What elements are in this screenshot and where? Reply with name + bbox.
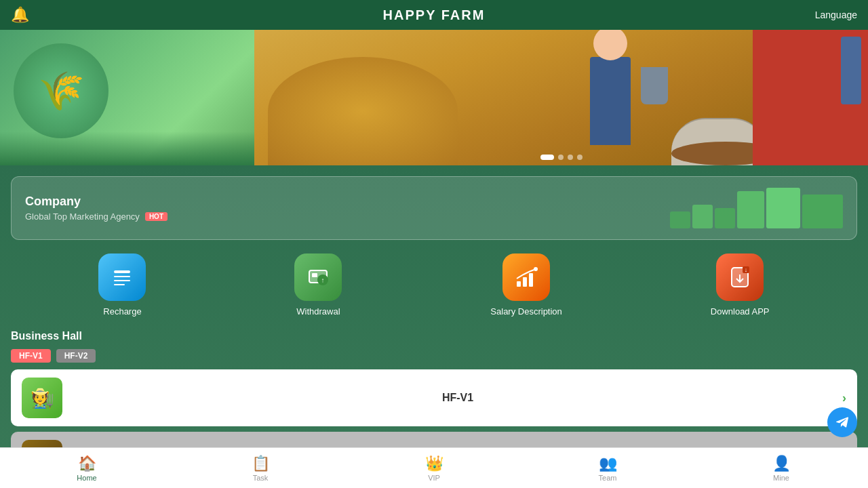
withdrawal-action[interactable]: ↑ Withdrawal [294, 253, 342, 317]
download-app-action[interactable]: ↓ Download APP [711, 253, 770, 317]
company-name: Company [25, 195, 167, 209]
figure-body [590, 57, 631, 145]
salary-icon [502, 253, 550, 301]
banner-left: 🌾 [0, 30, 254, 165]
dot-3[interactable] [568, 155, 573, 160]
recharge-icon [98, 253, 146, 301]
svg-point-12 [534, 267, 538, 271]
svg-rect-1 [114, 276, 130, 277]
svg-rect-6 [312, 273, 317, 277]
app-title: HAPPY FARM [383, 7, 486, 23]
nav-task-label: Task [253, 474, 269, 482]
dot-2[interactable] [558, 155, 564, 160]
bell-icon[interactable]: 🔔 [11, 6, 29, 24]
svg-rect-0 [114, 270, 130, 273]
task-icon: 📋 [252, 455, 270, 472]
nav-task[interactable]: 📋 Task [174, 455, 347, 482]
nav-vip-label: VIP [428, 474, 440, 482]
svg-rect-9 [517, 281, 521, 287]
bucket [641, 67, 668, 104]
salary-label: Salary Description [490, 306, 562, 317]
dot-4[interactable] [577, 155, 583, 160]
svg-text:↓: ↓ [745, 266, 748, 273]
banner-logo: 🌾 [14, 43, 108, 138]
salary-action[interactable]: Salary Description [490, 253, 562, 317]
company-info: Company Global Top Marketing Agency HOT [25, 195, 167, 222]
nav-home-label: Home [77, 474, 96, 482]
money-stacks [670, 188, 843, 228]
company-badge: HOT [145, 212, 167, 221]
banner-trees [0, 131, 254, 165]
banner-area: 🌾 [0, 30, 868, 165]
hall-item-v1[interactable]: 🧑‍🌾 HF-V1 › [11, 369, 857, 426]
vip-icon: 👑 [425, 455, 443, 472]
dot-1[interactable] [540, 155, 554, 160]
hall-tab-v2[interactable]: HF-V2 [56, 349, 96, 363]
nav-team-label: Team [599, 474, 617, 482]
download-app-label: Download APP [711, 306, 770, 317]
home-icon: 🏠 [78, 455, 96, 472]
business-hall-title: Business Hall [11, 330, 857, 342]
download-app-icon: ↓ [716, 253, 764, 301]
company-card[interactable]: Company Global Top Marketing Agency HOT [11, 176, 857, 240]
language-button[interactable]: Language [815, 9, 857, 20]
banner-right [254, 30, 868, 165]
banner-dots [540, 155, 583, 160]
main-content: Company Global Top Marketing Agency HOT [0, 165, 868, 488]
hall-tabs: HF-V1 HF-V2 [11, 349, 857, 363]
telegram-button[interactable] [827, 407, 857, 437]
company-illustration [670, 188, 843, 228]
quick-actions: Recharge ↑ Withdrawal [11, 253, 857, 317]
svg-text:↑: ↑ [321, 277, 325, 284]
nav-home[interactable]: 🏠 Home [0, 455, 174, 482]
hall-tab-v1[interactable]: HF-V1 [11, 349, 51, 363]
hall-item-v1-arrow: › [842, 391, 846, 405]
nav-vip[interactable]: 👑 VIP [347, 455, 521, 482]
mine-icon: 👤 [772, 455, 791, 472]
app-header: 🔔 HAPPY FARM Language [0, 0, 868, 30]
recharge-label: Recharge [103, 306, 141, 317]
withdrawal-icon: ↑ [294, 253, 342, 301]
nav-mine-label: Mine [773, 474, 789, 482]
banner-red-side [753, 30, 868, 165]
nav-team[interactable]: 👥 Team [521, 455, 694, 482]
bottom-nav: 🏠 Home 📋 Task 👑 VIP 👥 Team 👤 Mine [0, 447, 868, 488]
svg-rect-11 [529, 273, 533, 287]
recharge-action[interactable]: Recharge [98, 253, 146, 317]
withdrawal-label: Withdrawal [296, 306, 340, 317]
svg-rect-3 [114, 284, 125, 285]
hall-item-v1-name: HF-V1 [73, 392, 842, 404]
banner-pillar [841, 37, 861, 104]
hall-item-v1-img: 🧑‍🌾 [22, 378, 62, 418]
svg-rect-2 [114, 280, 130, 281]
team-icon: 👥 [599, 455, 617, 472]
svg-rect-10 [523, 277, 527, 287]
company-subtitle: Global Top Marketing Agency HOT [25, 211, 167, 222]
nav-mine[interactable]: 👤 Mine [694, 455, 868, 482]
